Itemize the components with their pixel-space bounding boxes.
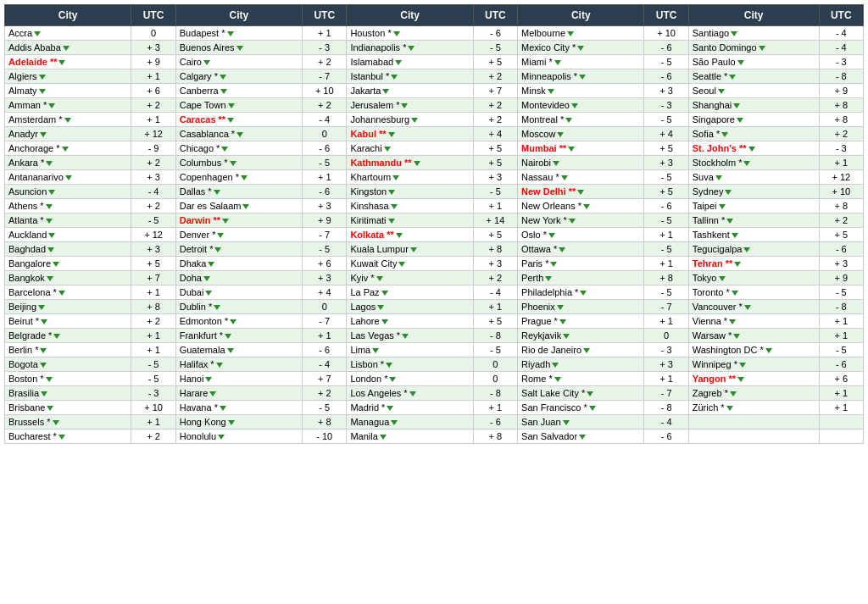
- city-name-text: Doha: [180, 273, 202, 283]
- table-row: Bucharest *+ 2Honolulu- 10Manila+ 8San S…: [5, 429, 864, 444]
- arrow-icon: [732, 291, 738, 296]
- city-name-text: Columbus *: [180, 158, 228, 168]
- city-name-text: Karachi: [350, 143, 381, 153]
- city-name-text: Manila: [350, 431, 377, 441]
- utc-value: 0: [303, 300, 347, 314]
- arrow-icon: [408, 46, 415, 51]
- city-cell: Paris *: [518, 257, 644, 271]
- city-name-text: Mexico City *: [521, 42, 576, 53]
- city-cell: Boston *: [5, 372, 131, 386]
- arrow-icon: [737, 60, 744, 65]
- utc-value: + 3: [644, 156, 688, 170]
- city-name-text: Detroit *: [180, 244, 214, 254]
- arrow-icon: [725, 190, 732, 195]
- city-cell: Zagreb *: [688, 386, 819, 401]
- utc-value: - 5: [819, 285, 863, 300]
- city-name-text: Reykjavik: [521, 330, 561, 341]
- arrow-icon: [372, 348, 379, 353]
- arrow-icon: [743, 247, 750, 252]
- city-name-text: Zürich *: [693, 402, 725, 413]
- utc-value: + 2: [819, 127, 863, 141]
- utc-value: - 5: [644, 55, 688, 69]
- arrow-icon: [203, 276, 210, 281]
- arrow-icon: [729, 319, 736, 324]
- city-name-text: Khartoum: [350, 172, 391, 182]
- utc-value: - 6: [473, 26, 517, 41]
- city-name-text: Antananarivo: [8, 172, 64, 182]
- table-row: Boston *- 5Hanoi+ 7London *0Rome *+ 1Yan…: [5, 372, 864, 386]
- table-row: Algiers+ 1Calgary *- 7Istanbul *+ 2Minne…: [5, 69, 864, 84]
- arrow-icon: [228, 420, 235, 425]
- arrow-icon: [579, 435, 586, 440]
- utc-value: + 1: [303, 26, 347, 41]
- arrow-icon: [46, 219, 53, 224]
- city-cell: Lisbon *: [347, 357, 473, 372]
- city-cell: Havana *: [175, 401, 302, 415]
- utc-value: + 1: [131, 69, 175, 84]
- city-cell: Edmonton *: [175, 314, 302, 329]
- city-cell: Addis Ababa: [5, 41, 131, 55]
- city-name-text: Montreal *: [521, 114, 564, 125]
- table-row: Ankara *+ 2Columbus *- 5Kathmandu **+ 5N…: [5, 156, 864, 170]
- utc-value: + 5: [131, 257, 175, 271]
- utc-value: - 8: [473, 329, 517, 343]
- arrow-icon: [382, 89, 389, 94]
- city-name-text: Kingston: [350, 186, 387, 197]
- utc-value: + 8: [819, 113, 863, 127]
- utc-value: - 5: [131, 357, 175, 372]
- city-name-text: Nairobi: [521, 158, 551, 168]
- utc-value: + 3: [303, 271, 347, 285]
- arrow-icon: [401, 103, 408, 108]
- city-name-text: Cairo: [180, 57, 202, 67]
- city-cell: Managua: [347, 415, 473, 429]
- city-cell: Vancouver *: [688, 300, 819, 314]
- table-row: Bangkok+ 7Doha+ 3Kyiv *+ 2Perth+ 8Tokyo+…: [5, 271, 864, 285]
- utc-value: - 4: [819, 26, 863, 41]
- arrow-icon: [64, 118, 71, 123]
- city-name-text: Bogota: [8, 359, 38, 369]
- utc-value: + 5: [644, 141, 688, 156]
- arrow-icon: [568, 147, 575, 152]
- utc-value: + 8: [819, 199, 863, 213]
- city-cell: Cape Town: [175, 98, 302, 113]
- city-name-text: Sofia *: [693, 129, 720, 139]
- arrow-icon: [381, 291, 388, 296]
- arrow-icon: [221, 147, 228, 152]
- table-row: Brisbane+ 10Havana *- 5Madrid *+ 1San Fr…: [5, 401, 864, 415]
- utc-value: + 2: [303, 55, 347, 69]
- utc-value: - 5: [819, 343, 863, 357]
- city-cell: Asuncion: [5, 185, 131, 199]
- city-name-text: Lisbon *: [350, 359, 384, 369]
- city-cell: Lima: [347, 343, 473, 357]
- city-cell: Doha: [175, 271, 302, 285]
- city-cell: Detroit *: [175, 242, 302, 257]
- utc-value: + 9: [303, 213, 347, 228]
- city-name-text: Almaty: [8, 86, 37, 96]
- city-name-text: Islamabad: [350, 57, 393, 67]
- utc-value: + 8: [303, 415, 347, 429]
- city-name-text: Dubai: [180, 287, 204, 297]
- city-cell: Kinshasa: [347, 199, 473, 213]
- arrow-icon: [732, 233, 738, 238]
- city-name-text: Paris *: [521, 258, 548, 269]
- arrow-icon: [548, 89, 554, 94]
- arrow-icon: [729, 75, 736, 80]
- utc-value: 0: [473, 372, 517, 386]
- city-name-text: Dhaka: [180, 258, 207, 269]
- arrow-icon: [46, 204, 53, 209]
- city-cell: Kyiv *: [347, 271, 473, 285]
- city-cell: Las Vegas *: [347, 329, 473, 343]
- city-cell: Casablanca *: [175, 127, 302, 141]
- city-name-text: Amsterdam *: [8, 114, 63, 125]
- table-row: Adelaide **+ 9Cairo+ 2Islamabad+ 5Miami …: [5, 55, 864, 69]
- city-cell: Tokyo: [688, 271, 819, 285]
- utc-value: - 6: [473, 415, 517, 429]
- arrow-icon: [743, 161, 750, 166]
- utc-value: - 8: [819, 69, 863, 84]
- utc-value: + 4: [473, 127, 517, 141]
- utc-value: + 12: [131, 228, 175, 242]
- arrow-icon: [721, 132, 728, 137]
- utc-value: - 7: [644, 386, 688, 401]
- city-cell: Brussels *: [5, 415, 131, 429]
- arrow-icon: [552, 363, 559, 368]
